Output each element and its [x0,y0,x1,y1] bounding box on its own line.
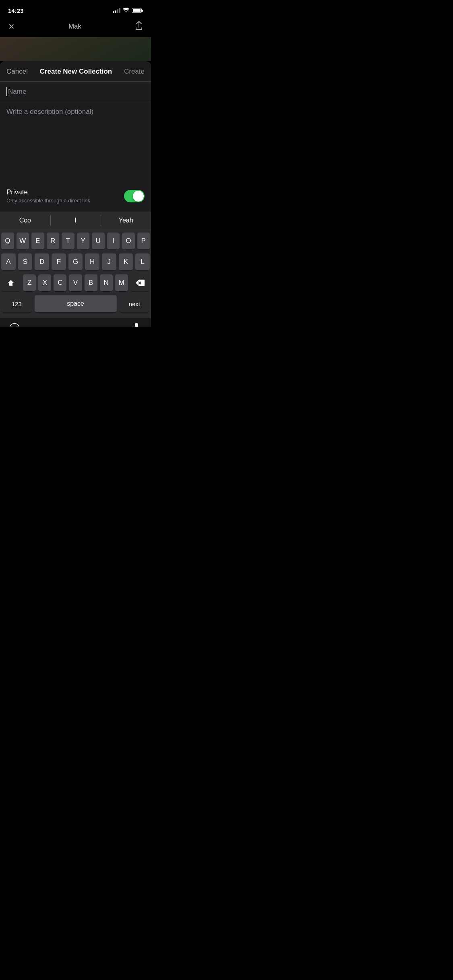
status-icons [113,7,143,14]
private-row: Private Only accessible through a direct… [0,183,151,212]
key-m[interactable]: M [115,274,128,291]
key-c[interactable]: C [54,274,66,291]
suggestions-row: Coo I Yeah [0,212,151,229]
cancel-button[interactable]: Cancel [6,68,28,76]
key-s[interactable]: S [18,253,33,270]
share-button[interactable] [135,21,143,32]
key-row-3: Z X C V B N M [1,274,150,291]
svg-rect-3 [135,323,138,327]
suggestion-3[interactable]: Yeah [101,212,151,229]
key-b[interactable]: B [85,274,97,291]
suggestion-2[interactable]: I [50,212,101,229]
modal-header: Cancel Create New Collection Create [0,61,151,82]
key-g[interactable]: G [68,253,83,270]
key-k[interactable]: K [119,253,133,270]
battery-icon [132,8,143,13]
private-label: Private [6,188,90,196]
numbers-key[interactable]: 123 [1,295,32,312]
key-d[interactable]: D [35,253,49,270]
space-key[interactable]: space [35,295,117,312]
key-j[interactable]: J [102,253,116,270]
key-z[interactable]: Z [23,274,36,291]
key-f[interactable]: F [52,253,66,270]
key-o[interactable]: O [122,233,135,249]
status-bar: 14:23 [0,0,151,18]
microphone-button[interactable] [130,322,143,327]
key-h[interactable]: H [85,253,99,270]
key-row-4: 123 space next [1,295,150,312]
shift-key[interactable] [1,274,21,291]
signal-icon [113,8,120,13]
key-i[interactable]: I [107,233,120,249]
emoji-button[interactable] [8,322,21,327]
backspace-key[interactable] [130,274,150,291]
key-q[interactable]: Q [1,233,14,249]
background-image [0,37,151,61]
toggle-thumb [133,191,144,202]
key-w[interactable]: W [17,233,29,249]
description-placeholder: Write a description (optional) [6,108,93,115]
nav-bar: ✕ Mak [0,18,151,37]
private-sublabel: Only accessible through a direct link [6,198,90,204]
name-input[interactable]: Name [8,88,26,96]
next-key[interactable]: next [119,295,150,312]
key-row-1: Q W E R T Y U I O P [1,233,150,249]
key-y[interactable]: Y [77,233,90,249]
key-row-2: A S D F G H J K L [1,253,150,270]
key-x[interactable]: X [38,274,51,291]
name-input-row[interactable]: Name [0,82,151,102]
modal-title: Create New Collection [40,68,112,76]
key-n[interactable]: N [100,274,113,291]
key-a[interactable]: A [1,253,16,270]
description-input[interactable]: Write a description (optional) [0,102,151,183]
keyboard-bottom-bar [0,318,151,327]
key-l[interactable]: L [135,253,150,270]
private-text: Private Only accessible through a direct… [6,188,90,204]
keys-area: Q W E R T Y U I O P A S D F G H J K L [0,229,151,318]
svg-point-0 [10,323,19,327]
wifi-icon [123,7,129,14]
suggestion-1[interactable]: Coo [0,212,50,229]
key-e[interactable]: E [31,233,44,249]
nav-title: Mak [68,23,81,31]
key-p[interactable]: P [137,233,150,249]
status-time: 14:23 [8,7,23,14]
modal-sheet: Cancel Create New Collection Create Name… [0,61,151,212]
key-t[interactable]: T [62,233,74,249]
create-button[interactable]: Create [124,68,145,76]
keyboard: Coo I Yeah Q W E R T Y U I O P A S D F G… [0,212,151,327]
text-cursor [6,87,7,96]
key-r[interactable]: R [47,233,60,249]
key-u[interactable]: U [92,233,105,249]
key-v[interactable]: V [69,274,82,291]
close-button[interactable]: ✕ [8,22,15,31]
private-toggle[interactable] [124,190,145,202]
